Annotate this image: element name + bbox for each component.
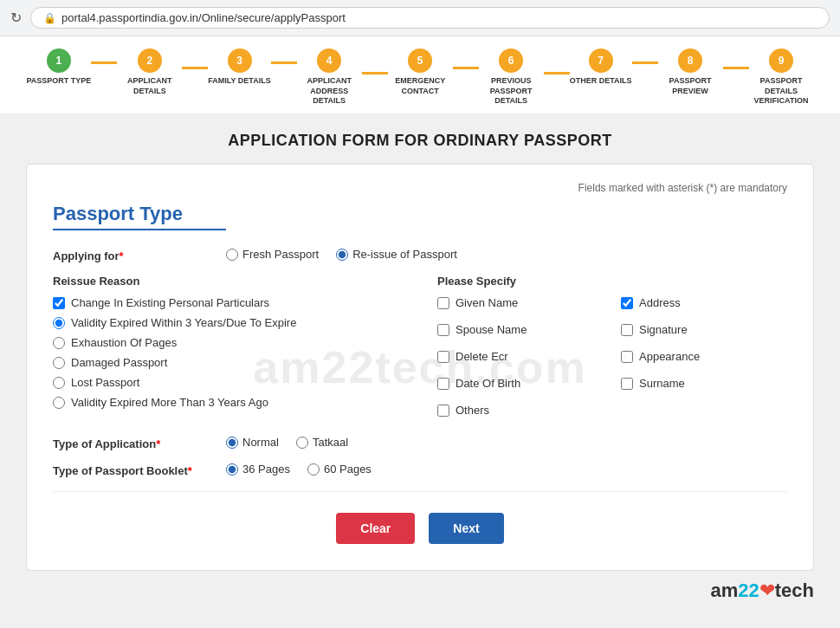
- reissue-passport-radio[interactable]: [336, 249, 348, 261]
- step-unit-8: 8PASSPORT PREVIEW: [658, 49, 749, 96]
- reissue-passport-option[interactable]: Re-issue of Passport: [336, 248, 457, 261]
- fresh-passport-radio[interactable]: [226, 249, 238, 261]
- others-checkbox[interactable]: [437, 405, 449, 417]
- damaged-option[interactable]: Damaged Passport: [53, 356, 403, 369]
- 36-pages-radio[interactable]: [226, 463, 238, 476]
- section-title: Passport Type: [53, 203, 787, 225]
- signature-label: Signature: [639, 323, 688, 336]
- form-card: am22tech.com Fields marked with asterisk…: [26, 164, 814, 571]
- date-of-birth-checkbox[interactable]: [437, 378, 449, 390]
- step-label-6: PREVIOUS PASSPORT DETAILS: [479, 76, 544, 107]
- address-bar[interactable]: 🔒 portal4.passportindia.gov.in/Online/se…: [30, 7, 830, 29]
- clear-button[interactable]: Clear: [336, 513, 415, 544]
- spouse-name-option[interactable]: Spouse Name: [437, 323, 604, 336]
- tatkaal-label: Tatkaal: [313, 436, 348, 449]
- change-personal-option[interactable]: Change In Existing Personal Particulars: [53, 296, 403, 309]
- 60-pages-option[interactable]: 60 Pages: [307, 463, 372, 476]
- damaged-radio[interactable]: [53, 357, 65, 369]
- step-label-1: PASSPORT TYPE: [26, 76, 91, 87]
- reissue-section: Reissue Reason Change In Existing Person…: [53, 275, 787, 424]
- given-name-option[interactable]: Given Name: [437, 296, 604, 309]
- step-unit-4: 4APPLICANT ADDRESS DETAILS: [297, 49, 388, 107]
- brand-watermark: am22❤tech: [26, 571, 814, 602]
- step-bubble-4[interactable]: 4APPLICANT ADDRESS DETAILS: [297, 49, 362, 107]
- delete-ecr-checkbox[interactable]: [437, 351, 449, 363]
- step-bubble-7[interactable]: 7OTHER DETAILS: [570, 49, 632, 87]
- step-bubble-5[interactable]: 5EMERGENCY CONTACT: [388, 49, 453, 96]
- step-label-9: PASSPORT DETAILS VERIFICATION: [749, 76, 814, 107]
- delete-ecr-option[interactable]: Delete Ecr: [437, 350, 604, 363]
- booklet-type-label: Type of Passport Booklet*: [53, 463, 226, 477]
- address-label: Address: [639, 296, 681, 309]
- lock-icon: 🔒: [43, 12, 56, 24]
- step-unit-5: 5EMERGENCY CONTACT: [388, 49, 479, 96]
- change-personal-checkbox[interactable]: [53, 297, 65, 309]
- step-unit-9: 9PASSPORT DETAILS VERIFICATION: [749, 49, 814, 107]
- address-checkbox[interactable]: [621, 297, 633, 309]
- type-of-application-controls: Normal Tatkaal: [226, 436, 787, 449]
- given-name-checkbox[interactable]: [437, 297, 449, 309]
- normal-option[interactable]: Normal: [226, 436, 279, 449]
- step-bubble-3[interactable]: 3FAMILY DETAILS: [208, 49, 270, 87]
- 36-pages-label: 36 Pages: [242, 463, 290, 476]
- signature-option[interactable]: Signature: [621, 323, 787, 336]
- 60-pages-radio[interactable]: [307, 463, 320, 476]
- reissue-passport-label: Re-issue of Passport: [352, 248, 457, 261]
- 36-pages-option[interactable]: 36 Pages: [226, 463, 290, 476]
- lost-radio[interactable]: [53, 377, 65, 389]
- applying-for-controls: Fresh Passport Re-issue of Passport: [226, 248, 787, 261]
- type-of-application-row: Type of Application* Normal Tatkaal: [53, 436, 787, 450]
- address-option[interactable]: Address: [621, 296, 787, 309]
- fresh-passport-option[interactable]: Fresh Passport: [226, 248, 319, 261]
- step-unit-2: 2APPLICANT DETAILS: [117, 49, 208, 96]
- booklet-type-controls: 36 Pages 60 Pages: [226, 463, 787, 476]
- step-connector-5: [453, 67, 479, 69]
- date-of-birth-option[interactable]: Date Of Birth: [437, 377, 604, 390]
- step-circle-2: 2: [138, 49, 162, 73]
- step-connector-1: [91, 62, 117, 64]
- signature-checkbox[interactable]: [621, 324, 633, 336]
- brand-tech: tech: [775, 579, 814, 601]
- refresh-icon[interactable]: ↻: [10, 10, 22, 26]
- step-connector-4: [362, 72, 388, 74]
- surname-checkbox[interactable]: [621, 378, 633, 390]
- validity-3-radio[interactable]: [53, 317, 65, 329]
- reissue-reason-heading: Reissue Reason: [53, 275, 403, 288]
- step-bubble-2[interactable]: 2APPLICANT DETAILS: [117, 49, 182, 96]
- step-circle-5: 5: [408, 49, 432, 73]
- exhaustion-label: Exhaustion Of Pages: [71, 336, 177, 349]
- brand-heart-icon: ❤: [759, 579, 775, 601]
- surname-option[interactable]: Surname: [621, 377, 787, 390]
- others-option[interactable]: Others: [437, 404, 604, 417]
- others-label: Others: [456, 404, 489, 417]
- tatkaal-radio[interactable]: [296, 437, 308, 449]
- button-row: Clear Next: [53, 513, 787, 544]
- exhaustion-option[interactable]: Exhaustion Of Pages: [53, 336, 403, 349]
- step-bubble-8[interactable]: 8PASSPORT PREVIEW: [658, 49, 723, 96]
- step-bubble-1[interactable]: 1PASSPORT TYPE: [26, 49, 91, 87]
- tatkaal-option[interactable]: Tatkaal: [296, 436, 348, 449]
- step-connector-7: [632, 62, 658, 64]
- validity-more-option[interactable]: Validity Expired More Than 3 Years Ago: [53, 396, 403, 409]
- applying-for-row: Applying for* Fresh Passport Re-issue of…: [53, 248, 787, 262]
- step-bubble-6[interactable]: 6PREVIOUS PASSPORT DETAILS: [479, 49, 544, 107]
- step-bubble-9[interactable]: 9PASSPORT DETAILS VERIFICATION: [749, 49, 814, 107]
- url-text: portal4.passportindia.gov.in/Online/secu…: [61, 11, 346, 24]
- normal-radio[interactable]: [226, 437, 238, 449]
- appearance-label: Appearance: [639, 350, 700, 363]
- fresh-passport-label: Fresh Passport: [242, 248, 319, 261]
- exhaustion-radio[interactable]: [53, 337, 65, 349]
- lost-option[interactable]: Lost Passport: [53, 376, 403, 389]
- validity-more-radio[interactable]: [53, 397, 65, 409]
- spouse-name-checkbox[interactable]: [437, 324, 449, 336]
- appearance-option[interactable]: Appearance: [621, 350, 787, 363]
- step-connector-2: [182, 67, 208, 69]
- validity-3-option[interactable]: Validity Expired Within 3 Years/Due To E…: [53, 316, 403, 329]
- next-button[interactable]: Next: [429, 513, 503, 544]
- step-unit-1: 1PASSPORT TYPE: [26, 49, 117, 87]
- appearance-checkbox[interactable]: [621, 351, 633, 363]
- step-connector-8: [723, 67, 749, 69]
- step-circle-3: 3: [228, 49, 252, 73]
- type-of-application-label: Type of Application*: [53, 436, 226, 450]
- browser-bar: ↻ 🔒 portal4.passportindia.gov.in/Online/…: [0, 0, 840, 36]
